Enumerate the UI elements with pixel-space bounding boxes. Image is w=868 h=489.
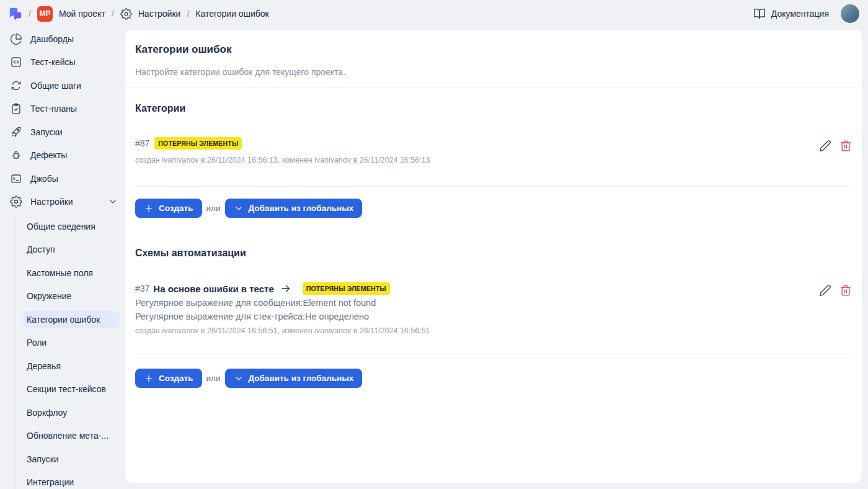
page-subtitle: Настройте категории ошибок для текущего … bbox=[135, 67, 345, 77]
breadcrumb-current-page: Категории ошибок bbox=[195, 9, 268, 19]
sidebar-item-label: Тест-планы bbox=[30, 104, 77, 114]
avatar[interactable] bbox=[841, 4, 859, 23]
add-from-global-button[interactable]: Добавить из глобальных bbox=[225, 199, 363, 218]
subitem-label: Роли bbox=[23, 334, 53, 351]
scheme-regex-message: Регулярное выражение для сообщения:Eleme… bbox=[135, 298, 376, 308]
sidebar-item-defects[interactable]: Дефекты bbox=[0, 144, 125, 168]
subitem-access[interactable]: Доступ bbox=[16, 238, 125, 262]
subitem-meta-update[interactable]: Обновление мета-... bbox=[16, 424, 125, 448]
trash-icon bbox=[839, 140, 852, 152]
breadcrumb-project[interactable]: Мой проект bbox=[59, 9, 105, 19]
gear-icon bbox=[120, 8, 132, 20]
subitem-label: Обновление мета-... bbox=[23, 427, 115, 444]
edit-scheme-button[interactable] bbox=[819, 284, 831, 297]
breadcrumb-settings[interactable]: Настройки bbox=[138, 9, 181, 19]
terminal-icon bbox=[10, 173, 22, 185]
sidebar-item-label: Запуски bbox=[30, 127, 63, 137]
delete-category-button[interactable] bbox=[839, 140, 852, 152]
sidebar-item-label: Джобы bbox=[30, 174, 58, 184]
page-title: Категории ошибок bbox=[135, 43, 231, 56]
main-panel: Категории ошибок Настройте категории оши… bbox=[125, 30, 862, 483]
divider bbox=[135, 357, 852, 357]
sidebar: Дашборды Тест-кейсы Общие шаги Тест-план… bbox=[0, 27, 125, 489]
create-scheme-button[interactable]: Создать bbox=[135, 369, 202, 388]
pencil-icon bbox=[819, 140, 831, 152]
docs-link[interactable]: Документация bbox=[771, 9, 829, 19]
category-actions bbox=[819, 140, 852, 152]
breadcrumb-separator: / bbox=[29, 9, 31, 19]
sidebar-item-label: Общие шаги bbox=[30, 81, 81, 91]
breadcrumb-separator: / bbox=[112, 9, 114, 19]
sidebar-item-jobs[interactable]: Джобы bbox=[0, 167, 125, 191]
subitem-label: Окружение bbox=[23, 287, 78, 305]
divider bbox=[135, 186, 852, 187]
sidebar-item-label: Настройки bbox=[30, 197, 73, 207]
subitem-label: Доступ bbox=[23, 241, 61, 258]
categories-heading: Категории bbox=[135, 103, 185, 114]
project-badge[interactable]: MP bbox=[37, 6, 53, 22]
arrow-right-icon bbox=[280, 283, 291, 294]
sidebar-item-label: Дефекты bbox=[30, 150, 67, 160]
scheme-actions bbox=[819, 284, 852, 297]
scheme-row: #37 На основе ошибки в тесте ПОТЕРЯНЫ ЭЛ… bbox=[135, 280, 390, 297]
plus-icon bbox=[144, 374, 154, 384]
sidebar-item-test-cases[interactable]: Тест-кейсы bbox=[0, 51, 125, 74]
subitem-roles[interactable]: Роли bbox=[16, 331, 125, 355]
subitem-general[interactable]: Общие сведения bbox=[16, 215, 125, 238]
scheme-regex-stacktrace: Регулярное выражение для стек-трейса:Не … bbox=[135, 312, 369, 321]
sync-icon bbox=[10, 79, 22, 92]
sidebar-item-settings[interactable]: Настройки bbox=[0, 191, 125, 214]
create-category-button[interactable]: Создать bbox=[135, 199, 202, 218]
code-square-icon bbox=[10, 56, 22, 68]
schemes-heading: Схемы автоматизации bbox=[135, 248, 246, 259]
category-row: #87 ПОТЕРЯНЫ ЭЛЕМЕНТЫ bbox=[135, 135, 242, 151]
trash-icon bbox=[839, 284, 852, 297]
sidebar-item-runs[interactable]: Запуски bbox=[0, 120, 125, 144]
subitem-label: Интеграции bbox=[23, 473, 80, 489]
divider bbox=[125, 87, 862, 88]
sidebar-item-dashboards[interactable]: Дашборды bbox=[0, 27, 125, 51]
add-global-button-label: Добавить из глобальных bbox=[249, 204, 354, 213]
scheme-title: На основе ошибки в тесте bbox=[153, 284, 273, 294]
pie-chart-icon bbox=[10, 33, 22, 45]
sidebar-item-test-plans[interactable]: Тест-планы bbox=[0, 97, 125, 121]
sidebar-item-shared-steps[interactable]: Общие шаги bbox=[0, 74, 125, 97]
bug-icon bbox=[10, 149, 22, 161]
or-label: или bbox=[206, 204, 221, 213]
book-open-icon bbox=[753, 7, 766, 20]
subitem-label: Деревья bbox=[23, 357, 67, 375]
subitem-test-case-sections[interactable]: Секции тест-кейсов bbox=[16, 378, 125, 402]
category-meta: создан ivanivanov в 26/11/2024 16:56:13,… bbox=[135, 156, 430, 164]
subitem-integrations[interactable]: Интеграции bbox=[16, 471, 125, 489]
subitem-custom-fields[interactable]: Кастомные поля bbox=[16, 261, 125, 285]
category-id: #87 bbox=[135, 138, 149, 148]
chevron-down-icon bbox=[108, 197, 118, 207]
breadcrumb-separator: / bbox=[187, 9, 189, 19]
subitem-trees[interactable]: Деревья bbox=[16, 354, 125, 378]
breadcrumb: / MP Мой проект / Настройки / Категории … bbox=[9, 6, 269, 22]
chevron-down-icon bbox=[234, 204, 244, 213]
pencil-icon bbox=[819, 284, 831, 297]
subitem-environment[interactable]: Окружение bbox=[16, 285, 125, 308]
plus-icon bbox=[144, 204, 154, 213]
add-global-button-label: Добавить из глобальных bbox=[249, 374, 354, 383]
subitem-runs[interactable]: Запуски bbox=[16, 447, 125, 471]
delete-scheme-button[interactable] bbox=[839, 284, 852, 297]
gear-icon bbox=[10, 195, 22, 208]
edit-category-button[interactable] bbox=[819, 140, 831, 152]
add-scheme-from-global-button[interactable]: Добавить из глобальных bbox=[225, 369, 363, 388]
subitem-workflow[interactable]: Воркфлоу bbox=[16, 401, 125, 424]
sidebar-item-label: Дашборды bbox=[30, 34, 74, 44]
sidebar-item-label: Тест-кейсы bbox=[30, 57, 76, 67]
or-label: или bbox=[206, 374, 221, 383]
topbar-right: Документация bbox=[753, 4, 859, 23]
subitem-error-categories[interactable]: Категории ошибок bbox=[16, 308, 125, 331]
settings-submenu: Общие сведения Доступ Кастомные поля Окр… bbox=[16, 213, 125, 489]
subitem-label: Секции тест-кейсов bbox=[23, 380, 112, 398]
app-logo-icon[interactable] bbox=[9, 7, 22, 20]
category-badge: ПОТЕРЯНЫ ЭЛЕМЕНТЫ bbox=[154, 137, 242, 150]
create-button-label: Создать bbox=[159, 204, 193, 213]
subitem-label: Запуски bbox=[23, 451, 65, 468]
create-button-label: Создать bbox=[159, 374, 193, 383]
subitem-label: Воркфлоу bbox=[23, 404, 73, 421]
